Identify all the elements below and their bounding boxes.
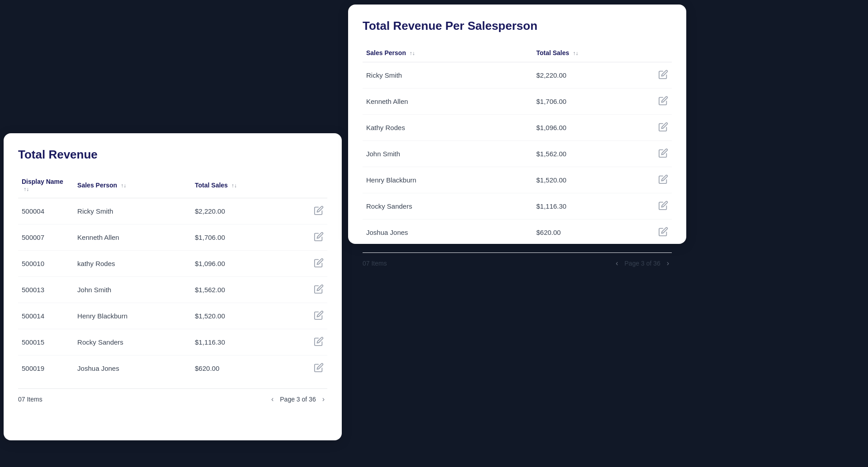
right-cell-salesperson-2: Kathy Rodes <box>363 115 533 141</box>
sort-icon-totalsales[interactable]: ↑↓ <box>231 182 237 189</box>
left-cell-totalsales-1: $1,706.00 <box>191 224 284 251</box>
left-page-info: Page 3 of 36 <box>280 396 316 403</box>
right-sort-icon-salesperson[interactable]: ↑↓ <box>410 50 415 56</box>
edit-icon-right-5[interactable] <box>658 201 668 210</box>
edit-icon-right-2[interactable] <box>658 122 668 132</box>
left-cell-action-6 <box>284 355 327 382</box>
left-cell-action-1 <box>284 224 327 251</box>
right-cell-action-6 <box>632 219 672 246</box>
left-table-row: 500013 John Smith $1,562.00 <box>18 277 327 303</box>
left-cell-action-3 <box>284 277 327 303</box>
left-table-row: 500004 Ricky Smith $2,220.00 <box>18 198 327 224</box>
left-prev-page[interactable]: ‹ <box>269 394 276 404</box>
right-sort-icon-totalsales[interactable]: ↑↓ <box>573 50 578 56</box>
left-cell-salesperson-2: kathy Rodes <box>74 251 191 277</box>
sort-icon-display[interactable]: ↑↓ <box>24 186 29 192</box>
edit-icon-left-2[interactable] <box>314 258 324 268</box>
left-cell-totalsales-3: $1,562.00 <box>191 277 284 303</box>
right-table-row: Rocky Sanders $1,116.30 <box>363 193 672 219</box>
right-next-page[interactable]: › <box>664 258 672 268</box>
left-cell-salesperson-3: John Smith <box>74 277 191 303</box>
right-cell-totalsales-3: $1,562.00 <box>533 141 632 167</box>
right-cell-salesperson-3: John Smith <box>363 141 533 167</box>
left-table-row: 500015 Rocky Sanders $1,116.30 <box>18 329 327 355</box>
left-table-row: 500014 Henry Blackburn $1,520.00 <box>18 303 327 329</box>
edit-icon-left-1[interactable] <box>314 232 324 242</box>
left-cell-totalsales-6: $620.00 <box>191 355 284 382</box>
left-cell-display-0: 500004 <box>18 198 74 224</box>
right-prev-page[interactable]: ‹ <box>613 258 621 268</box>
left-cell-salesperson-6: Joshua Jones <box>74 355 191 382</box>
sort-icon-salesperson[interactable]: ↑↓ <box>121 182 126 189</box>
right-page-info: Page 3 of 36 <box>624 260 660 267</box>
right-col-header-action <box>632 44 672 62</box>
left-table-row: 500019 Joshua Jones $620.00 <box>18 355 327 382</box>
left-cell-action-0 <box>284 198 327 224</box>
right-cell-action-2 <box>632 115 672 141</box>
right-cell-salesperson-1: Kenneth Allen <box>363 89 533 115</box>
edit-icon-right-0[interactable] <box>658 70 668 79</box>
right-cell-salesperson-0: Ricky Smith <box>363 62 533 89</box>
right-cell-salesperson-5: Rocky Sanders <box>363 193 533 219</box>
right-pagination: ‹ Page 3 of 36 › <box>613 258 672 268</box>
right-cell-action-4 <box>632 167 672 193</box>
edit-icon-left-3[interactable] <box>314 284 324 294</box>
edit-icon-right-6[interactable] <box>658 227 668 237</box>
right-table-row: Ricky Smith $2,220.00 <box>363 62 672 89</box>
left-cell-display-2: 500010 <box>18 251 74 277</box>
left-cell-salesperson-4: Henry Blackburn <box>74 303 191 329</box>
left-cell-salesperson-5: Rocky Sanders <box>74 329 191 355</box>
page-wrapper: Total Revenue Display Name ↑↓ Sales Pers… <box>0 0 868 467</box>
edit-icon-left-4[interactable] <box>314 310 324 320</box>
right-table-row: Henry Blackburn $1,520.00 <box>363 167 672 193</box>
left-cell-totalsales-0: $2,220.00 <box>191 198 284 224</box>
right-card-footer: 07 Items ‹ Page 3 of 36 › <box>363 252 672 268</box>
col-header-totalsales[interactable]: Total Sales ↑↓ <box>191 173 284 198</box>
right-cell-totalsales-6: $620.00 <box>533 219 632 246</box>
left-cell-totalsales-5: $1,116.30 <box>191 329 284 355</box>
left-table-row: 500010 kathy Rodes $1,096.00 <box>18 251 327 277</box>
left-cell-display-6: 500019 <box>18 355 74 382</box>
col-header-salesperson[interactable]: Sales Person ↑↓ <box>74 173 191 198</box>
right-table-row: Kathy Rodes $1,096.00 <box>363 115 672 141</box>
edit-icon-right-3[interactable] <box>658 148 668 158</box>
right-table-row: John Smith $1,562.00 <box>363 141 672 167</box>
left-cell-display-4: 500014 <box>18 303 74 329</box>
left-cell-action-5 <box>284 329 327 355</box>
right-cell-totalsales-1: $1,706.00 <box>533 89 632 115</box>
left-cell-totalsales-4: $1,520.00 <box>191 303 284 329</box>
left-cell-action-4 <box>284 303 327 329</box>
total-revenue-per-salesperson-card: Total Revenue Per Salesperson Sales Pers… <box>348 5 686 244</box>
right-col-header-totalsales[interactable]: Total Sales ↑↓ <box>533 44 632 62</box>
right-cell-salesperson-6: Joshua Jones <box>363 219 533 246</box>
edit-icon-left-5[interactable] <box>314 336 324 346</box>
edit-icon-left-0[interactable] <box>314 205 324 215</box>
total-revenue-card: Total Revenue Display Name ↑↓ Sales Pers… <box>4 133 342 440</box>
left-cell-salesperson-0: Ricky Smith <box>74 198 191 224</box>
edit-icon-right-4[interactable] <box>658 174 668 184</box>
left-table-row: 500007 Kenneth Allen $1,706.00 <box>18 224 327 251</box>
right-cell-action-5 <box>632 193 672 219</box>
left-cell-totalsales-2: $1,096.00 <box>191 251 284 277</box>
right-col-header-salesperson[interactable]: Sales Person ↑↓ <box>363 44 533 62</box>
right-card-title: Total Revenue Per Salesperson <box>363 19 672 33</box>
right-cell-totalsales-0: $2,220.00 <box>533 62 632 89</box>
left-cell-display-5: 500015 <box>18 329 74 355</box>
col-header-display-name[interactable]: Display Name ↑↓ <box>18 173 74 198</box>
left-item-count: 07 Items <box>18 396 42 403</box>
left-next-page[interactable]: › <box>320 394 327 404</box>
left-pagination: ‹ Page 3 of 36 › <box>269 394 327 404</box>
right-cell-totalsales-4: $1,520.00 <box>533 167 632 193</box>
right-cell-totalsales-2: $1,096.00 <box>533 115 632 141</box>
right-revenue-table: Sales Person ↑↓ Total Sales ↑↓ Ricky Smi… <box>363 44 672 245</box>
edit-icon-right-1[interactable] <box>658 96 668 106</box>
right-cell-salesperson-4: Henry Blackburn <box>363 167 533 193</box>
left-revenue-table: Display Name ↑↓ Sales Person ↑↓ Total Sa… <box>18 173 327 381</box>
left-cell-display-3: 500013 <box>18 277 74 303</box>
edit-icon-left-6[interactable] <box>314 363 324 373</box>
right-item-count: 07 Items <box>363 260 387 267</box>
col-header-action <box>284 173 327 198</box>
left-cell-action-2 <box>284 251 327 277</box>
left-cell-salesperson-1: Kenneth Allen <box>74 224 191 251</box>
right-cell-action-1 <box>632 89 672 115</box>
